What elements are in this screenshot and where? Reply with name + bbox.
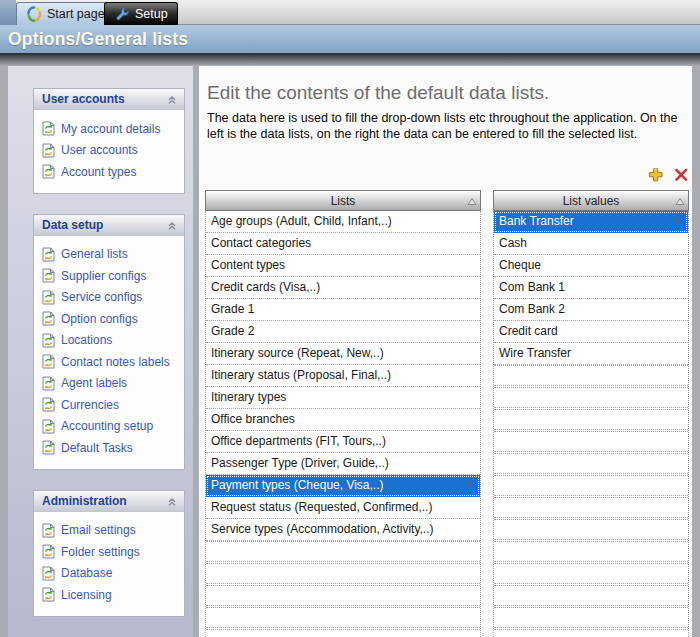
x-icon xyxy=(673,167,689,183)
list-values-toolbar xyxy=(493,166,689,184)
empty-row[interactable] xyxy=(206,629,480,637)
sidebar-group-header[interactable]: Data setup xyxy=(34,215,184,236)
sidebar-item-folder-settings[interactable]: Folder settings xyxy=(34,541,184,563)
list-values-table-header[interactable]: List values xyxy=(493,190,689,211)
app-window: Start page Setup Options/General lists U… xyxy=(0,0,700,637)
list-item[interactable]: Content types xyxy=(206,255,480,277)
sort-triangle-icon xyxy=(675,197,685,206)
sidebar-item-agent-labels[interactable]: Agent labels xyxy=(34,373,184,395)
sidebar-item-my-account-details[interactable]: My account details xyxy=(34,118,184,140)
empty-row[interactable] xyxy=(494,453,688,474)
sidebar: User accountsMy account detailsUser acco… xyxy=(8,66,193,637)
sidebar-item-currencies[interactable]: Currencies xyxy=(34,394,184,416)
sidebar-item-label: Contact notes labels xyxy=(61,355,170,369)
page-icon xyxy=(42,311,55,326)
tab-start-page[interactable]: Start page xyxy=(16,2,115,25)
tab-setup[interactable]: Setup xyxy=(104,2,178,25)
list-item-selected[interactable]: Payment types (Cheque, Visa,..) xyxy=(206,475,480,497)
empty-row[interactable] xyxy=(494,563,688,584)
collapse-chevron-icon[interactable] xyxy=(166,93,178,105)
list-item[interactable]: Request status (Requested, Confirmed,..) xyxy=(206,497,480,519)
sidebar-item-database[interactable]: Database xyxy=(34,563,184,585)
delete-list-value-button[interactable] xyxy=(673,167,689,183)
title-shadow-divider xyxy=(0,53,700,66)
page-icon xyxy=(42,247,55,262)
sidebar-item-contact-notes-labels[interactable]: Contact notes labels xyxy=(34,351,184,373)
list-item[interactable]: Grade 1 xyxy=(206,299,480,321)
sidebar-group-body: My account detailsUser accountsAccount t… xyxy=(34,110,184,193)
sidebar-item-label: Currencies xyxy=(61,398,119,412)
empty-row[interactable] xyxy=(494,409,688,430)
page-heading: Edit the contents of the default data li… xyxy=(207,82,549,104)
page-icon xyxy=(42,164,55,179)
tab-label: Setup xyxy=(135,7,168,21)
list-item-selected[interactable]: Bank Transfer xyxy=(494,211,688,233)
empty-row[interactable] xyxy=(494,585,688,606)
list-item[interactable]: Cash xyxy=(494,233,688,255)
empty-row[interactable] xyxy=(494,431,688,452)
list-item[interactable]: Age groups (Adult, Child, Infant,..) xyxy=(206,211,480,233)
page-icon xyxy=(42,587,55,602)
list-item[interactable]: Credit card xyxy=(494,321,688,343)
sidebar-item-label: Accounting setup xyxy=(61,419,153,433)
sidebar-item-supplier-configs[interactable]: Supplier configs xyxy=(34,265,184,287)
sidebar-item-default-tasks[interactable]: Default Tasks xyxy=(34,437,184,459)
sidebar-group-title: Data setup xyxy=(34,218,103,232)
list-item[interactable]: Com Bank 1 xyxy=(494,277,688,299)
empty-row[interactable] xyxy=(206,541,480,562)
sidebar-item-accounting-setup[interactable]: Accounting setup xyxy=(34,416,184,438)
wrench-icon xyxy=(114,6,130,22)
sidebar-item-account-types[interactable]: Account types xyxy=(34,161,184,183)
sidebar-item-email-settings[interactable]: Email settings xyxy=(34,520,184,542)
list-item[interactable]: Itinerary status (Proposal, Final,..) xyxy=(206,365,480,387)
list-item[interactable]: Wire Transfer xyxy=(494,343,688,365)
sidebar-item-label: Supplier configs xyxy=(61,269,146,283)
list-item[interactable]: Grade 2 xyxy=(206,321,480,343)
sidebar-item-service-configs[interactable]: Service configs xyxy=(34,287,184,309)
sidebar-item-label: Option configs xyxy=(61,312,138,326)
sidebar-item-label: General lists xyxy=(61,247,128,261)
empty-row[interactable] xyxy=(494,497,688,518)
empty-row[interactable] xyxy=(206,563,480,584)
list-item[interactable]: Itinerary source (Repeat, New,..) xyxy=(206,343,480,365)
empty-row[interactable] xyxy=(494,365,688,386)
empty-row[interactable] xyxy=(494,607,688,628)
sidebar-item-label: Licensing xyxy=(61,588,112,602)
collapse-chevron-icon[interactable] xyxy=(166,495,178,507)
lists-table-header[interactable]: Lists xyxy=(205,190,481,211)
sidebar-group-title: Administration xyxy=(34,494,127,508)
sidebar-group-administration: AdministrationEmail settingsFolder setti… xyxy=(33,490,185,617)
sidebar-group-data-setup: Data setupGeneral listsSupplier configsS… xyxy=(33,214,185,470)
sidebar-item-general-lists[interactable]: General lists xyxy=(34,244,184,266)
sidebar-item-licensing[interactable]: Licensing xyxy=(34,584,184,606)
sidebar-item-locations[interactable]: Locations xyxy=(34,330,184,352)
list-item[interactable]: Contact categories xyxy=(206,233,480,255)
list-item[interactable]: Office departments (FIT, Tours,..) xyxy=(206,431,480,453)
list-item[interactable]: Itinerary types xyxy=(206,387,480,409)
sidebar-item-user-accounts[interactable]: User accounts xyxy=(34,140,184,162)
empty-row[interactable] xyxy=(494,519,688,540)
empty-row[interactable] xyxy=(494,475,688,496)
sidebar-group-header[interactable]: User accounts xyxy=(34,89,184,110)
empty-row[interactable] xyxy=(494,629,688,637)
list-item[interactable]: Credit cards (Visa,..) xyxy=(206,277,480,299)
list-item[interactable]: Com Bank 2 xyxy=(494,299,688,321)
collapse-chevron-icon[interactable] xyxy=(166,219,178,231)
list-item[interactable]: Service types (Accommodation, Activity,.… xyxy=(206,519,480,541)
empty-row[interactable] xyxy=(206,607,480,628)
page-icon xyxy=(42,440,55,455)
page-icon xyxy=(42,333,55,348)
empty-row[interactable] xyxy=(206,585,480,606)
list-item[interactable]: Passenger Type (Driver, Guide,..) xyxy=(206,453,480,475)
list-item[interactable]: Cheque xyxy=(494,255,688,277)
list-item[interactable]: Office branches xyxy=(206,409,480,431)
empty-row[interactable] xyxy=(494,387,688,408)
sidebar-group-body: General listsSupplier configsService con… xyxy=(34,236,184,469)
empty-row[interactable] xyxy=(494,541,688,562)
page-icon xyxy=(42,143,55,158)
sidebar-group-body: Email settingsFolder settingsDatabaseLic… xyxy=(34,512,184,616)
sidebar-group-header[interactable]: Administration xyxy=(34,491,184,512)
sidebar-item-option-configs[interactable]: Option configs xyxy=(34,308,184,330)
page-icon xyxy=(42,544,55,559)
add-list-value-button[interactable] xyxy=(648,167,664,183)
